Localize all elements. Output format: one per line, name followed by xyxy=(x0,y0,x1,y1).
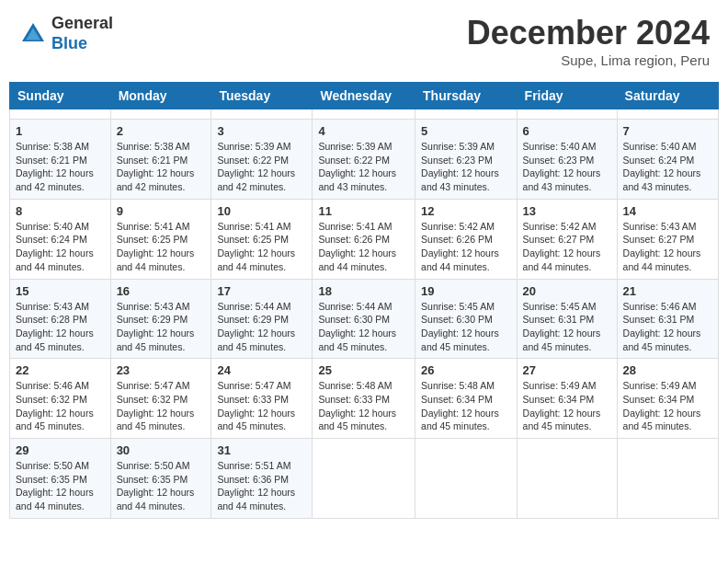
day-info: Sunrise: 5:41 AM Sunset: 6:26 PM Dayligh… xyxy=(318,220,409,274)
daylight-text: Daylight: 12 hours and 45 minutes. xyxy=(523,327,601,352)
sunset-text: Sunset: 6:36 PM xyxy=(217,474,289,485)
sunset-text: Sunset: 6:22 PM xyxy=(217,155,289,166)
sunrise-text: Sunrise: 5:38 AM xyxy=(16,141,89,152)
day-number: 4 xyxy=(318,124,409,138)
daylight-text: Daylight: 12 hours and 45 minutes. xyxy=(117,408,195,432)
daylight-text: Daylight: 12 hours and 44 minutes. xyxy=(217,487,295,511)
logo-text: General Blue xyxy=(51,14,113,53)
day-number: 18 xyxy=(318,284,409,298)
sunrise-text: Sunrise: 5:48 AM xyxy=(421,380,495,391)
sunrise-text: Sunrise: 5:41 AM xyxy=(217,221,290,232)
sunrise-text: Sunrise: 5:45 AM xyxy=(523,301,597,312)
sunrise-text: Sunrise: 5:41 AM xyxy=(318,221,392,232)
calendar-cell xyxy=(617,109,718,120)
sunset-text: Sunset: 6:31 PM xyxy=(523,314,595,325)
sunset-text: Sunset: 6:29 PM xyxy=(117,314,188,325)
calendar-cell: 10 Sunrise: 5:41 AM Sunset: 6:25 PM Dayl… xyxy=(211,199,313,279)
sunset-text: Sunset: 6:25 PM xyxy=(117,234,188,245)
logo-general-text: General xyxy=(51,14,113,34)
day-info: Sunrise: 5:50 AM Sunset: 6:35 PM Dayligh… xyxy=(117,459,206,513)
day-info: Sunrise: 5:38 AM Sunset: 6:21 PM Dayligh… xyxy=(16,140,105,194)
sunset-text: Sunset: 6:23 PM xyxy=(421,155,493,166)
sunrise-text: Sunrise: 5:43 AM xyxy=(117,301,190,312)
header-day-tuesday: Tuesday xyxy=(211,83,313,109)
sunset-text: Sunset: 6:30 PM xyxy=(318,314,390,325)
calendar-week-5: 22 Sunrise: 5:46 AM Sunset: 6:32 PM Dayl… xyxy=(10,359,719,439)
day-number: 5 xyxy=(421,124,511,138)
day-number: 19 xyxy=(421,284,511,298)
calendar-cell: 17 Sunrise: 5:44 AM Sunset: 6:29 PM Dayl… xyxy=(211,279,313,359)
calendar-cell: 1 Sunrise: 5:38 AM Sunset: 6:21 PM Dayli… xyxy=(10,120,111,200)
calendar-cell: 27 Sunrise: 5:49 AM Sunset: 6:34 PM Dayl… xyxy=(517,359,617,439)
day-info: Sunrise: 5:42 AM Sunset: 6:27 PM Dayligh… xyxy=(523,220,611,274)
day-number: 30 xyxy=(117,443,206,457)
sunrise-text: Sunrise: 5:38 AM xyxy=(117,141,190,152)
day-info: Sunrise: 5:43 AM Sunset: 6:29 PM Dayligh… xyxy=(117,300,206,354)
sunset-text: Sunset: 6:24 PM xyxy=(623,155,695,166)
calendar-cell xyxy=(313,109,415,120)
header-day-friday: Friday xyxy=(517,83,617,109)
day-number: 27 xyxy=(523,363,611,377)
day-number: 17 xyxy=(217,284,306,298)
sunset-text: Sunset: 6:22 PM xyxy=(318,155,390,166)
daylight-text: Daylight: 12 hours and 43 minutes. xyxy=(318,167,396,192)
daylight-text: Daylight: 12 hours and 42 minutes. xyxy=(16,167,94,192)
logo: General Blue xyxy=(18,14,113,53)
day-number: 28 xyxy=(623,363,712,377)
day-number: 25 xyxy=(318,363,409,377)
daylight-text: Daylight: 12 hours and 45 minutes. xyxy=(217,327,295,352)
sunset-text: Sunset: 6:33 PM xyxy=(217,394,289,405)
calendar-week-1 xyxy=(10,109,719,120)
daylight-text: Daylight: 12 hours and 45 minutes. xyxy=(217,408,295,432)
daylight-text: Daylight: 12 hours and 44 minutes. xyxy=(623,247,701,272)
day-info: Sunrise: 5:47 AM Sunset: 6:32 PM Dayligh… xyxy=(117,379,206,433)
page-header: General Blue December 2024 Supe, Lima re… xyxy=(9,9,719,73)
day-info: Sunrise: 5:39 AM Sunset: 6:22 PM Dayligh… xyxy=(217,140,306,194)
logo-icon xyxy=(18,19,48,49)
header-day-saturday: Saturday xyxy=(617,83,718,109)
sunrise-text: Sunrise: 5:50 AM xyxy=(117,460,190,471)
day-info: Sunrise: 5:40 AM Sunset: 6:23 PM Dayligh… xyxy=(523,140,611,194)
sunset-text: Sunset: 6:32 PM xyxy=(117,394,188,405)
daylight-text: Daylight: 12 hours and 44 minutes. xyxy=(318,247,396,272)
day-number: 10 xyxy=(217,204,306,218)
calendar-cell xyxy=(313,439,415,519)
day-number: 20 xyxy=(523,284,611,298)
day-info: Sunrise: 5:45 AM Sunset: 6:31 PM Dayligh… xyxy=(523,300,611,354)
sunrise-text: Sunrise: 5:41 AM xyxy=(117,221,190,232)
calendar-cell xyxy=(415,439,518,519)
calendar-cell: 18 Sunrise: 5:44 AM Sunset: 6:30 PM Dayl… xyxy=(313,279,415,359)
day-info: Sunrise: 5:40 AM Sunset: 6:24 PM Dayligh… xyxy=(623,140,712,194)
location-text: Supe, Lima region, Peru xyxy=(467,52,710,68)
day-number: 2 xyxy=(117,124,206,138)
calendar-cell: 13 Sunrise: 5:42 AM Sunset: 6:27 PM Dayl… xyxy=(517,199,617,279)
sunrise-text: Sunrise: 5:46 AM xyxy=(623,301,697,312)
day-number: 22 xyxy=(16,363,105,377)
day-info: Sunrise: 5:39 AM Sunset: 6:23 PM Dayligh… xyxy=(421,140,511,194)
sunset-text: Sunset: 6:27 PM xyxy=(523,234,595,245)
sunrise-text: Sunrise: 5:40 AM xyxy=(523,141,597,152)
daylight-text: Daylight: 12 hours and 44 minutes. xyxy=(16,487,94,511)
sunrise-text: Sunrise: 5:45 AM xyxy=(421,301,495,312)
calendar-cell: 11 Sunrise: 5:41 AM Sunset: 6:26 PM Dayl… xyxy=(313,199,415,279)
calendar-cell: 8 Sunrise: 5:40 AM Sunset: 6:24 PM Dayli… xyxy=(10,199,111,279)
day-number: 26 xyxy=(421,363,511,377)
sunset-text: Sunset: 6:30 PM xyxy=(421,314,493,325)
calendar-cell xyxy=(211,109,313,120)
daylight-text: Daylight: 12 hours and 45 minutes. xyxy=(117,327,195,352)
header-day-monday: Monday xyxy=(110,83,211,109)
day-number: 8 xyxy=(16,204,105,218)
sunrise-text: Sunrise: 5:43 AM xyxy=(623,221,697,232)
calendar-cell: 4 Sunrise: 5:39 AM Sunset: 6:22 PM Dayli… xyxy=(313,120,415,200)
calendar-week-3: 8 Sunrise: 5:40 AM Sunset: 6:24 PM Dayli… xyxy=(10,199,719,279)
daylight-text: Daylight: 12 hours and 45 minutes. xyxy=(421,327,499,352)
day-number: 29 xyxy=(16,443,105,457)
day-number: 13 xyxy=(523,204,611,218)
day-number: 24 xyxy=(217,363,306,377)
day-info: Sunrise: 5:49 AM Sunset: 6:34 PM Dayligh… xyxy=(523,379,611,433)
sunset-text: Sunset: 6:25 PM xyxy=(217,234,289,245)
daylight-text: Daylight: 12 hours and 44 minutes. xyxy=(523,247,601,272)
daylight-text: Daylight: 12 hours and 45 minutes. xyxy=(623,408,701,432)
day-number: 6 xyxy=(523,124,611,138)
sunset-text: Sunset: 6:33 PM xyxy=(318,394,390,405)
